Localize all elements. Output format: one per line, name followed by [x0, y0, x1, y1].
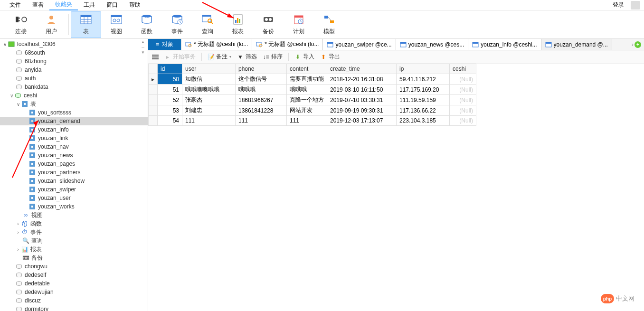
cell-id[interactable]: 54: [158, 116, 182, 126]
cell-user[interactable]: 111: [182, 116, 236, 126]
query-button[interactable]: 查询: [192, 11, 223, 38]
tree-table-item[interactable]: youzan_news: [0, 151, 148, 160]
cell-id[interactable]: 52: [158, 95, 182, 105]
editor-tab[interactable]: * 无标题 @ceshi (lo...: [252, 39, 323, 50]
cell-user[interactable]: 加微信: [182, 74, 236, 85]
tree-queries-node[interactable]: 🔍 查询: [0, 236, 148, 245]
login-link[interactable]: 登录: [608, 0, 629, 10]
avatar[interactable]: [631, 1, 640, 9]
cell-create-time[interactable]: 2019-09-19 09:30:31: [327, 105, 397, 116]
row-handle[interactable]: ▸: [149, 74, 158, 85]
cell-id[interactable]: 50: [158, 74, 182, 85]
cell-ip[interactable]: 117.136.66.22: [397, 105, 450, 116]
editor-tab[interactable]: * 无标题 @ceshi (lo...: [181, 39, 252, 50]
view-button[interactable]: 视图: [101, 11, 132, 38]
report-button[interactable]: 报表: [223, 11, 253, 38]
tree-db-item[interactable]: auth: [0, 74, 148, 83]
table-button[interactable]: 表: [71, 11, 101, 38]
expand-icon[interactable]: ›: [15, 230, 21, 235]
tree-db-item[interactable]: dedetable: [0, 279, 148, 288]
tree-tables-node[interactable]: ∨ 表: [0, 100, 148, 108]
export-button[interactable]: ⬆ 导出: [320, 53, 340, 61]
memo-button[interactable]: 📝 备注 ▾: [208, 53, 231, 61]
tree-table-item[interactable]: youzan_partners: [0, 168, 148, 177]
tab-overflow[interactable]: › +: [629, 39, 644, 50]
tree-reports-node[interactable]: › 📊 报表: [0, 245, 148, 254]
menu-view[interactable]: 查看: [27, 0, 49, 10]
column-header[interactable]: user: [182, 64, 236, 74]
column-header[interactable]: phone: [236, 64, 287, 74]
collapse-icon[interactable]: ∨: [9, 93, 14, 98]
tree-table-item[interactable]: youzan_works: [0, 202, 148, 211]
tree-table-item[interactable]: youzan_nav: [0, 142, 148, 151]
table-row[interactable]: ▸ 50 加微信 这个微信号 需要直播功能 2018-12-20 16:31:0…: [149, 74, 476, 85]
data-grid[interactable]: iduserphonecontentcreate_timeipceshi▸ 50…: [148, 64, 644, 311]
column-header[interactable]: content: [287, 64, 327, 74]
cell-user[interactable]: 哦哦噢噢哦哦: [182, 85, 236, 95]
cell-phone[interactable]: 13861841228: [236, 105, 287, 116]
menu-window[interactable]: 窗口: [101, 0, 123, 10]
sort-button[interactable]: ↓≡ 排序: [263, 53, 283, 61]
tree-table-item[interactable]: youzan_slideshow: [0, 177, 148, 185]
collapse-icon[interactable]: ∨: [15, 102, 21, 107]
tree-table-item[interactable]: youzan_demand: [0, 117, 148, 125]
cell-content[interactable]: 需要直播功能: [287, 74, 327, 85]
expand-icon[interactable]: ›: [15, 221, 21, 226]
column-header[interactable]: ip: [397, 64, 450, 74]
backup-button[interactable]: 备份: [253, 11, 284, 38]
tree-db-item[interactable]: bankdata: [0, 83, 148, 91]
table-row[interactable]: 53 刘建忠 13861841228 网站开发 2019-09-19 09:30…: [149, 105, 476, 116]
cell-create-time[interactable]: 2018-12-20 16:31:08: [327, 74, 397, 85]
cell-phone[interactable]: 18681966267: [236, 95, 287, 105]
event-button[interactable]: 事件: [162, 11, 192, 38]
connect-button[interactable]: 连接: [6, 11, 36, 38]
tree-db-item[interactable]: dormitory: [0, 305, 148, 311]
tree-table-item[interactable]: youzan_link: [0, 134, 148, 142]
column-header[interactable]: id: [158, 64, 182, 74]
tree-resize-handle[interactable]: ▲─▼: [140, 40, 146, 54]
cell-content[interactable]: 哦哦哦: [287, 85, 327, 95]
tree-db-item[interactable]: 68south: [0, 48, 148, 57]
tree-table-item[interactable]: youzan_info: [0, 125, 148, 134]
cell-ip[interactable]: 117.175.169.20: [397, 85, 450, 95]
tree-table-item[interactable]: youzan_swiper: [0, 185, 148, 194]
cell-create-time[interactable]: 2019-03-10 16:11:50: [327, 85, 397, 95]
cell-content[interactable]: 网站开发: [287, 105, 327, 116]
cell-content[interactable]: 111: [287, 116, 327, 126]
row-handle[interactable]: [149, 116, 158, 126]
editor-tab[interactable]: youzan_demand @...: [541, 39, 612, 50]
tree-backups-node[interactable]: 📼 备份: [0, 254, 148, 262]
cell-phone[interactable]: 这个微信号: [236, 74, 287, 85]
function-button[interactable]: f(x) 函数: [132, 11, 162, 38]
cell-ip[interactable]: 223.104.3.185: [397, 116, 450, 126]
user-button[interactable]: 用户: [36, 11, 66, 38]
tree-db-item[interactable]: discuz: [0, 296, 148, 305]
menu-favorites[interactable]: 收藏夹: [49, 0, 78, 10]
cell-ceshi[interactable]: (Null): [450, 74, 476, 85]
column-header[interactable]: create_time: [327, 64, 397, 74]
tab-objects[interactable]: ≡ 对象: [148, 39, 181, 50]
tree-db-item[interactable]: dedewujian: [0, 288, 148, 296]
editor-tab[interactable]: youzan_swiper @ce...: [323, 39, 396, 50]
tree-connection[interactable]: ∨ localhost_3306: [0, 40, 148, 48]
add-tab-icon[interactable]: +: [635, 41, 641, 48]
tree-table-item[interactable]: youzan_pages: [0, 160, 148, 168]
tree-table-item[interactable]: you_sortssss: [0, 108, 148, 117]
cell-user[interactable]: 张豪杰: [182, 95, 236, 105]
row-handle[interactable]: [149, 105, 158, 116]
cell-ceshi[interactable]: (Null): [450, 105, 476, 116]
cell-create-time[interactable]: 2019-07-10 03:30:31: [327, 95, 397, 105]
cell-ceshi[interactable]: (Null): [450, 116, 476, 126]
row-handle[interactable]: [149, 95, 158, 105]
cell-user[interactable]: 刘建忠: [182, 105, 236, 116]
model-button[interactable]: 模型: [314, 11, 344, 38]
nav-tree[interactable]: ▲─▼ ∨ localhost_3306 68south68zhonganyid…: [0, 39, 148, 311]
collapse-icon[interactable]: ∨: [2, 42, 8, 47]
tree-db-item[interactable]: dedeself: [0, 271, 148, 279]
filter-button[interactable]: ▼ 筛选: [237, 53, 257, 61]
tree-functions-node[interactable]: › f() 函数: [0, 219, 148, 228]
cell-content[interactable]: 克隆一个地方: [287, 95, 327, 105]
cell-id[interactable]: 53: [158, 105, 182, 116]
cell-ceshi[interactable]: (Null): [450, 95, 476, 105]
table-row[interactable]: 54 111 111 111 2019-12-03 17:13:07 223.1…: [149, 116, 476, 126]
